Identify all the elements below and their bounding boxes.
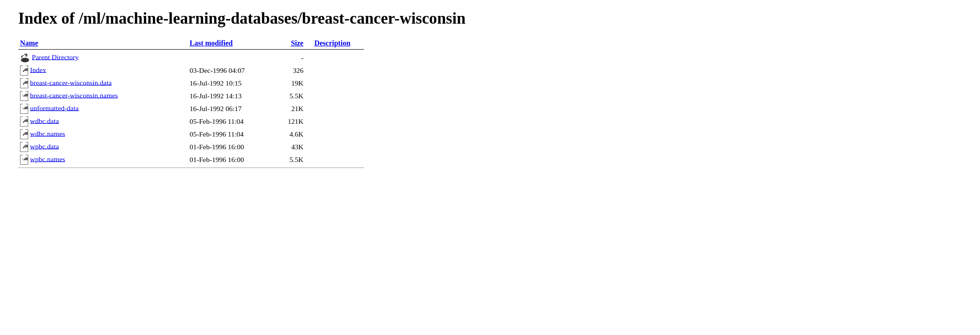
col-header-name[interactable]: Name: [20, 39, 38, 47]
file-description: [313, 51, 364, 64]
table-row: Index03-Dec-1996 04:07326: [18, 64, 364, 77]
file-size: -: [283, 51, 313, 64]
file-size: 5.5K: [283, 90, 313, 102]
file-description: [313, 102, 364, 115]
file-link[interactable]: wpbc.data: [30, 142, 59, 150]
col-header-size[interactable]: Size: [291, 39, 303, 47]
file-description: [313, 90, 364, 102]
table-row: Parent Directory-: [18, 51, 364, 64]
file-size: 43K: [283, 141, 313, 153]
unknown-file-icon: [20, 66, 28, 76]
unknown-file-icon: [20, 142, 28, 152]
table-row: breast-cancer-wisconsin.names16-Jul-1992…: [18, 90, 364, 102]
text-file-icon: [20, 155, 28, 165]
file-modified: 03-Dec-1996 04:07: [188, 64, 283, 77]
unknown-file-icon: [20, 117, 28, 127]
file-modified: 16-Jul-1992 14:13: [188, 90, 283, 102]
file-link[interactable]: Parent Directory: [32, 53, 79, 61]
table-row: wpbc.names01-Feb-1996 16:005.5K: [18, 153, 364, 166]
file-link[interactable]: wdbc.names: [30, 129, 65, 137]
file-size: 326: [283, 64, 313, 77]
text-file-icon: [20, 104, 28, 114]
file-link[interactable]: Index: [30, 66, 46, 73]
file-link[interactable]: unformatted-data: [30, 104, 79, 112]
unknown-file-icon: [20, 129, 28, 139]
file-size: 121K: [283, 115, 313, 128]
file-modified: 01-Feb-1996 16:00: [188, 141, 283, 153]
table-row: unformatted-data16-Jul-1992 06:1721K: [18, 102, 364, 115]
file-size: 19K: [283, 77, 313, 90]
file-size: 5.5K: [283, 153, 313, 166]
file-link[interactable]: wdbc.data: [30, 117, 59, 124]
file-modified: 16-Jul-1992 06:17: [188, 102, 283, 115]
file-description: [313, 64, 364, 77]
file-modified: [188, 51, 283, 64]
file-modified: 16-Jul-1992 10:15: [188, 77, 283, 90]
file-description: [313, 115, 364, 128]
page-title: Index of /ml/machine-learning-databases/…: [18, 9, 962, 28]
file-size: 21K: [283, 102, 313, 115]
file-modified: 01-Feb-1996 16:00: [188, 153, 283, 166]
parent-dir-icon: [20, 53, 30, 63]
col-header-modified[interactable]: Last modified: [190, 39, 233, 47]
text-file-icon: [20, 91, 28, 101]
file-description: [313, 141, 364, 153]
file-modified: 05-Feb-1996 11:04: [188, 115, 283, 128]
table-row: wdbc.data05-Feb-1996 11:04121K: [18, 115, 364, 128]
file-listing-table: Name Last modified Size Description Pare…: [18, 37, 364, 168]
col-header-description[interactable]: Description: [314, 39, 350, 47]
unknown-file-icon: [20, 78, 28, 88]
file-description: [313, 128, 364, 141]
file-description: [313, 77, 364, 90]
file-description: [313, 153, 364, 166]
table-row: wpbc.data01-Feb-1996 16:0043K: [18, 141, 364, 153]
file-link[interactable]: breast-cancer-wisconsin.names: [30, 91, 118, 99]
file-size: 4.6K: [283, 128, 313, 141]
file-modified: 05-Feb-1996 11:04: [188, 128, 283, 141]
table-row: breast-cancer-wisconsin.data16-Jul-1992 …: [18, 77, 364, 90]
svg-point-0: [21, 58, 29, 62]
file-link[interactable]: wpbc.names: [30, 155, 65, 162]
file-link[interactable]: breast-cancer-wisconsin.data: [30, 78, 111, 86]
table-row: wdbc.names05-Feb-1996 11:044.6K: [18, 128, 364, 141]
